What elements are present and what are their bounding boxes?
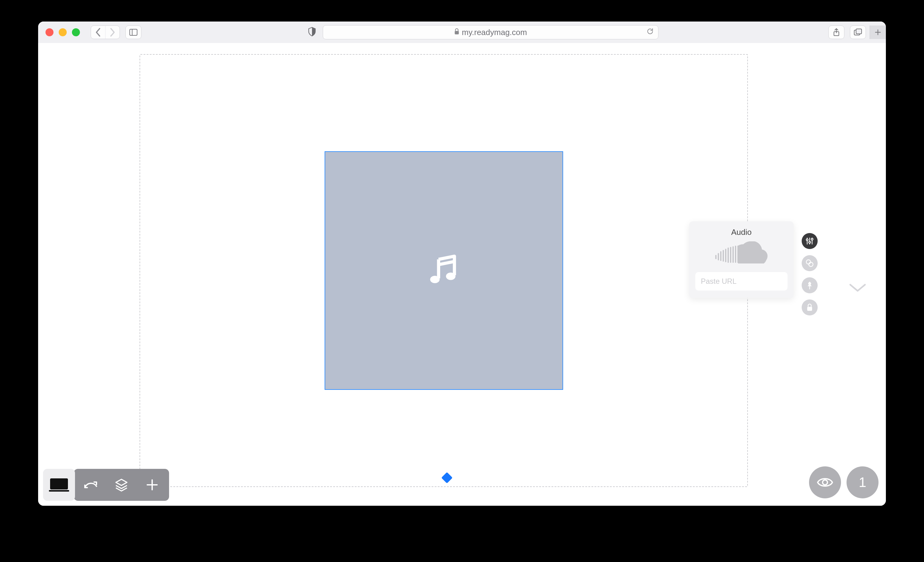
audio-settings-panel: Audio bbox=[689, 221, 794, 298]
svg-rect-13 bbox=[728, 248, 729, 263]
nav-back-forward bbox=[91, 26, 120, 39]
toolbar-right bbox=[823, 26, 880, 39]
svg-rect-10 bbox=[720, 251, 722, 261]
reload-button[interactable] bbox=[646, 28, 654, 37]
svg-rect-15 bbox=[732, 246, 734, 263]
editor-tools-pill bbox=[74, 469, 169, 501]
svg-rect-8 bbox=[715, 255, 717, 259]
browser-toolbar: my.readymag.com bbox=[38, 21, 886, 44]
svg-rect-27 bbox=[50, 478, 68, 490]
widget-tool-icons bbox=[802, 233, 818, 316]
svg-point-23 bbox=[806, 260, 811, 264]
page-number-button[interactable]: 1 bbox=[846, 466, 879, 498]
bottom-right-toolbar: 1 bbox=[809, 466, 879, 498]
page-number-label: 1 bbox=[859, 475, 866, 490]
address-bar-text: my.readymag.com bbox=[462, 28, 527, 37]
svg-rect-11 bbox=[723, 250, 724, 261]
svg-rect-0 bbox=[130, 29, 137, 35]
tabs-overview-button[interactable] bbox=[850, 26, 866, 39]
window-controls bbox=[45, 28, 80, 36]
soundcloud-icon bbox=[695, 241, 788, 266]
svg-point-24 bbox=[809, 262, 813, 266]
sidebar-toggle-button[interactable] bbox=[125, 26, 141, 39]
new-tab-button[interactable] bbox=[870, 26, 886, 39]
svg-point-6 bbox=[430, 276, 440, 283]
lock-button[interactable] bbox=[802, 299, 818, 316]
audio-widget[interactable] bbox=[325, 151, 563, 390]
privacy-shield-button[interactable] bbox=[304, 25, 320, 38]
svg-rect-9 bbox=[718, 253, 719, 260]
animation-link-button[interactable] bbox=[802, 255, 818, 271]
svg-rect-2 bbox=[454, 31, 459, 34]
settings-sliders-button[interactable] bbox=[802, 233, 818, 249]
address-bar[interactable]: my.readymag.com bbox=[323, 25, 658, 39]
editor-viewport: Audio bbox=[38, 43, 886, 506]
audio-url-input[interactable] bbox=[695, 272, 788, 290]
svg-rect-28 bbox=[49, 490, 69, 491]
undo-redo-button[interactable] bbox=[81, 475, 100, 494]
desktop-viewport-button[interactable] bbox=[43, 469, 75, 501]
svg-point-7 bbox=[446, 273, 456, 280]
music-note-icon bbox=[427, 253, 461, 288]
share-button[interactable] bbox=[828, 26, 844, 39]
layers-button[interactable] bbox=[112, 475, 131, 494]
minimize-window-button[interactable] bbox=[59, 28, 67, 36]
svg-rect-12 bbox=[725, 249, 726, 262]
svg-point-29 bbox=[823, 480, 828, 485]
panel-title: Audio bbox=[695, 227, 788, 237]
svg-rect-14 bbox=[730, 247, 731, 263]
svg-point-18 bbox=[806, 239, 808, 241]
preview-button[interactable] bbox=[809, 466, 841, 498]
lock-icon bbox=[454, 28, 459, 37]
chevron-down-icon[interactable] bbox=[848, 283, 867, 295]
browser-window: my.readymag.com bbox=[38, 21, 886, 506]
pin-button[interactable] bbox=[802, 277, 818, 293]
svg-rect-5 bbox=[856, 29, 862, 34]
svg-point-20 bbox=[809, 241, 811, 243]
svg-rect-16 bbox=[735, 246, 736, 263]
fullscreen-window-button[interactable] bbox=[72, 28, 80, 36]
add-widget-button[interactable] bbox=[142, 475, 162, 494]
forward-button[interactable] bbox=[105, 26, 120, 39]
close-window-button[interactable] bbox=[45, 28, 54, 36]
bottom-left-toolbar bbox=[43, 469, 169, 501]
svg-point-22 bbox=[811, 238, 813, 240]
svg-rect-26 bbox=[807, 307, 812, 311]
back-button[interactable] bbox=[91, 26, 105, 39]
